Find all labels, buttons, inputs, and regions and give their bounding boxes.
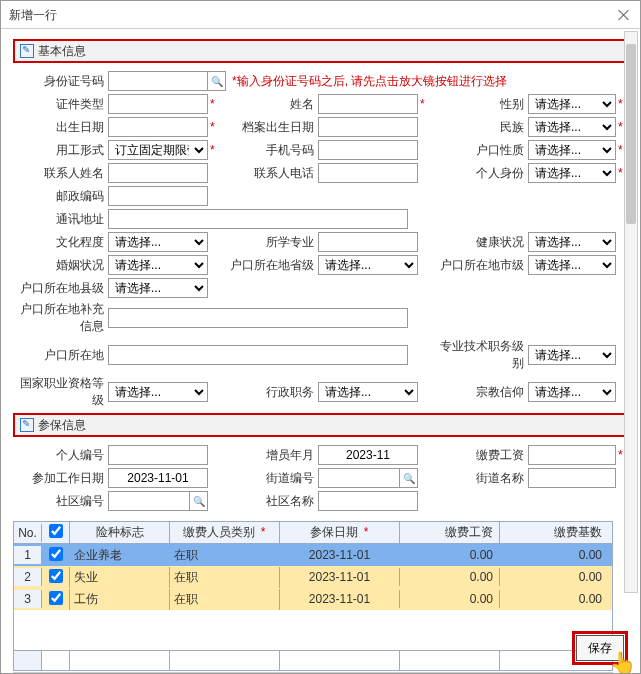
input-hk-full[interactable] (108, 345, 408, 365)
input-add-ym[interactable] (318, 445, 418, 465)
table-body: 1企业养老在职2023-11-010.000.002失业在职2023-11-01… (14, 544, 612, 610)
label-health: 健康状况 (433, 234, 528, 251)
basic-form: 身份证号码 *输入身份证号码之后, 请先点击放大镜按钮进行选择 证件类型* 姓名… (13, 71, 628, 409)
th-no: No. (14, 524, 42, 542)
label-contact-phone: 联系人电话 (223, 165, 318, 182)
save-button[interactable]: 保存 (576, 635, 624, 661)
input-street-no[interactable] (318, 468, 400, 488)
search-icon[interactable] (400, 468, 418, 488)
select-admin-level[interactable]: 请选择... (318, 382, 418, 402)
cell-base: 0.00 (500, 546, 608, 564)
cell-base: 0.00 (500, 568, 608, 586)
table-row[interactable]: 1企业养老在职2023-11-010.000.00 (14, 544, 612, 566)
dialog-window: 新增一行 基本信息 身份证号码 *输入身份证号码之后, 请先点击放大镜按钮进行选… (0, 0, 641, 674)
select-hk-type[interactable]: 请选择... (528, 140, 616, 160)
label-contact-name: 联系人姓名 (13, 165, 108, 182)
window-title: 新增一行 (9, 1, 57, 29)
cell-date: 2023-11-01 (280, 590, 400, 608)
input-person-no[interactable] (108, 445, 208, 465)
insurance-table: No. 险种标志 缴费人员类别 * 参保日期 * 缴费工资 缴费基数 1企业养老… (13, 521, 613, 671)
table-row[interactable]: 3工伤在职2023-11-010.000.00 (14, 588, 612, 610)
table-blank (14, 610, 612, 650)
label-person-no: 个人编号 (13, 447, 108, 464)
th-flag[interactable]: 险种标志 (70, 522, 170, 543)
cell-chk (42, 589, 70, 610)
cell-flag: 企业养老 (70, 545, 170, 566)
scrollbar[interactable] (624, 31, 638, 593)
th-date[interactable]: 参保日期 * (280, 522, 400, 543)
th-cat[interactable]: 缴费人员类别 * (170, 522, 280, 543)
insure-form: 个人编号 增员年月 缴费工资* 参加工作日期 街道编号 街道名称 社区编号 社区… (13, 445, 628, 511)
label-religion: 宗教信仰 (433, 384, 528, 401)
input-contact-phone[interactable] (318, 163, 418, 183)
cell-chk (42, 545, 70, 566)
row-checkbox[interactable] (49, 547, 63, 561)
select-emp-form[interactable]: 订立固定期限劳动合� (108, 140, 208, 160)
label-comm-no: 社区编号 (13, 493, 108, 510)
select-tech-level[interactable]: 请选择... (528, 345, 616, 365)
label-major: 所学专业 (223, 234, 318, 251)
row-checkbox[interactable] (49, 591, 63, 605)
cell-flag: 工伤 (70, 589, 170, 610)
input-idcard[interactable] (108, 71, 208, 91)
table-row[interactable]: 2失业在职2023-11-010.000.00 (14, 566, 612, 588)
select-nation[interactable]: 请选择... (528, 117, 616, 137)
input-street-name[interactable] (528, 468, 616, 488)
chk-all[interactable] (49, 524, 63, 538)
select-gender[interactable]: 请选择... (528, 94, 616, 114)
label-emp-form: 用工形式 (13, 142, 108, 159)
label-hk-type: 户口性质 (433, 142, 528, 159)
cell-wage: 0.00 (400, 590, 500, 608)
label-cert-type: 证件类型 (13, 96, 108, 113)
select-person-id[interactable]: 请选择... (528, 163, 616, 183)
th-base[interactable]: 缴费基数 (500, 522, 608, 543)
input-cert-type[interactable] (108, 94, 208, 114)
input-comm-name[interactable] (318, 491, 418, 511)
label-salary-base: 缴费工资 (433, 447, 528, 464)
input-hk-extra[interactable] (108, 308, 408, 328)
row-checkbox[interactable] (49, 569, 63, 583)
select-health[interactable]: 请选择... (528, 232, 616, 252)
label-postcode: 邮政编码 (13, 188, 108, 205)
cell-chk (42, 567, 70, 588)
input-salary-base[interactable] (528, 445, 616, 465)
search-icon[interactable] (208, 71, 226, 91)
select-edu[interactable]: 请选择... (108, 232, 208, 252)
input-postcode[interactable] (108, 186, 208, 206)
cell-wage: 0.00 (400, 568, 500, 586)
section-insure-title: 参保信息 (38, 417, 86, 434)
select-hk-city[interactable]: 请选择... (528, 255, 616, 275)
table-footer-row (14, 650, 612, 670)
input-contact-name[interactable] (108, 163, 208, 183)
cell-base: 0.00 (500, 590, 608, 608)
select-hk-prov[interactable]: 请选择... (318, 255, 418, 275)
label-comm-name: 社区名称 (223, 493, 318, 510)
select-marriage[interactable]: 请选择... (108, 255, 208, 275)
select-religion[interactable]: 请选择... (528, 382, 616, 402)
input-comm-no[interactable] (108, 491, 190, 511)
cell-date: 2023-11-01 (280, 568, 400, 586)
label-name: 姓名 (223, 96, 318, 113)
th-wage[interactable]: 缴费工资 (400, 522, 500, 543)
label-street-name: 街道名称 (433, 470, 528, 487)
input-join-date[interactable] (108, 468, 208, 488)
input-major[interactable] (318, 232, 418, 252)
input-file-birth[interactable] (318, 117, 418, 137)
scrollbar-thumb[interactable] (626, 44, 636, 224)
input-name[interactable] (318, 94, 418, 114)
label-hk-extra: 户口所在地补充信息 (13, 301, 108, 335)
label-hk-city: 户口所在地市级 (433, 257, 528, 274)
label-file-birth: 档案出生日期 (223, 119, 318, 136)
section-basic-header: 基本信息 (13, 39, 628, 63)
select-hk-county[interactable]: 请选择... (108, 278, 208, 298)
label-idcard: 身份证号码 (13, 73, 108, 90)
label-hk-full: 户口所在地 (13, 347, 108, 364)
select-occ-level[interactable]: 请选择... (108, 382, 208, 402)
label-mobile: 手机号码 (223, 142, 318, 159)
search-icon[interactable] (190, 491, 208, 511)
cell-cat: 在职 (170, 545, 280, 566)
input-mobile[interactable] (318, 140, 418, 160)
close-icon[interactable] (616, 7, 632, 23)
input-addr[interactable] (108, 209, 408, 229)
input-birth[interactable] (108, 117, 208, 137)
